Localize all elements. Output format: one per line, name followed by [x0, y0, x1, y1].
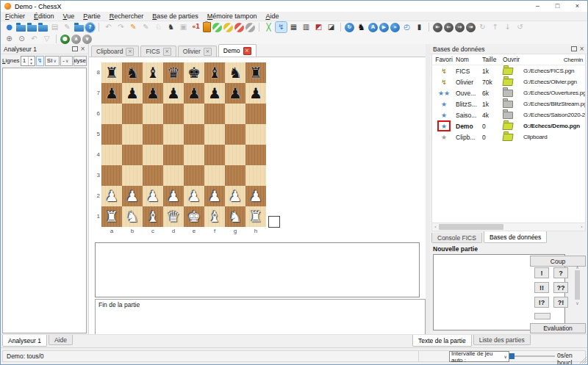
database-row-ouve[interactable]: ★★Ouve...6kG:/Echecs/Ouvertures.pgn [432, 87, 585, 98]
square-e5[interactable] [184, 124, 204, 145]
square-d8[interactable]: ♛ [163, 62, 184, 83]
menu-fichier[interactable]: Fichier [1, 12, 29, 21]
favorite-icon[interactable]: ★ [441, 112, 447, 119]
square-c3[interactable] [143, 165, 163, 186]
minimize-button[interactable]: – [528, 1, 548, 12]
square-a7[interactable]: ♟ [101, 83, 122, 104]
menu-aide[interactable]: Aide [261, 12, 283, 21]
square-f1[interactable]: ♝ [204, 206, 225, 227]
tab-liste-des-parties[interactable]: Liste des parties [473, 335, 531, 345]
zoom-in-icon[interactable]: ⊕ [4, 34, 15, 44]
auto-annotate-icon[interactable]: A [368, 23, 378, 32]
square-b7[interactable]: ♟ [122, 83, 143, 104]
scroll-down-icon[interactable]: ∨ [576, 300, 578, 306]
menu-dition[interactable]: Édition [29, 12, 59, 21]
game-moves-area[interactable] [95, 242, 420, 297]
square-c7[interactable]: ♟ [143, 83, 163, 104]
paste-icon[interactable] [203, 22, 211, 32]
column-header-chemin[interactable]: Chemin [523, 57, 585, 63]
menu-m-moire-tampon[interactable]: Mémoire tampon [203, 12, 262, 21]
square-f7[interactable]: ♟ [204, 83, 225, 104]
favorite-icon[interactable]: ↯ [441, 79, 447, 86]
open-folder-icon[interactable] [502, 68, 513, 75]
board-theme-icon[interactable]: ◩ [313, 22, 324, 32]
square-b8[interactable]: ♞ [122, 62, 143, 83]
square-d2[interactable]: ♟ [163, 186, 184, 206]
square-f8[interactable]: ♝ [204, 62, 225, 83]
tab-analyseur-1[interactable]: Analyseur 1 [2, 335, 47, 347]
square-f6[interactable] [204, 104, 225, 124]
close-database-icon[interactable] [74, 25, 84, 32]
annotation-button-interesting-move[interactable]: !? [534, 297, 549, 308]
square-a2[interactable]: ♟ [101, 186, 122, 206]
square-h7[interactable]: ♟ [245, 83, 266, 104]
annotation-blank-button[interactable] [534, 313, 551, 319]
square-h2[interactable]: ♟ [245, 186, 266, 206]
menu-vue[interactable]: Vue [59, 12, 79, 21]
square-e2[interactable]: ♟ [184, 186, 204, 206]
prev-move-icon[interactable]: ← [444, 23, 453, 32]
square-a4[interactable] [101, 145, 122, 165]
menu-rechercher[interactable]: Rechercher [105, 12, 148, 21]
square-c2[interactable]: ♟ [143, 186, 163, 206]
database-row-clipb[interactable]: ★Clipb...0Clipboard [432, 131, 585, 142]
square-d5[interactable] [163, 124, 184, 145]
scroll-down-icon[interactable]: ∨ [82, 35, 92, 44]
square-d4[interactable] [163, 145, 184, 165]
square-d6[interactable] [163, 104, 184, 124]
autoplay-interval-slider[interactable] [509, 353, 555, 359]
square-c8[interactable]: ♝ [143, 62, 163, 83]
square-h3[interactable] [245, 165, 266, 186]
column-header-favori[interactable]: Favori [432, 56, 456, 63]
flash-analysis-icon[interactable]: ↯ [276, 22, 287, 32]
favorite-icon[interactable]: ★ [441, 134, 447, 141]
scrollbar-thumb[interactable] [439, 224, 503, 230]
lines-spinner[interactable]: 1 ▴▾ [21, 56, 35, 66]
tab-bases-de-donn-es[interactable]: Bases de données [484, 231, 547, 243]
folder-icon[interactable] [503, 112, 513, 119]
board-theme-dark-icon[interactable]: ◪ [326, 22, 337, 32]
scroll-up-icon[interactable]: ∧ [576, 264, 578, 270]
float-panel-icon[interactable] [71, 45, 79, 53]
spin-down-icon[interactable]: ▾ [29, 61, 35, 65]
find-database-icon[interactable] [38, 25, 48, 32]
menu-partie[interactable]: Partie [79, 12, 105, 21]
square-a1[interactable]: ♜ [101, 206, 122, 227]
auto-respond-icon[interactable]: ◴ [401, 22, 412, 32]
square-c4[interactable] [143, 145, 163, 165]
analysis-output-list[interactable] [2, 68, 87, 333]
square-e1[interactable]: ♚ [184, 206, 204, 227]
engine-match-icon[interactable]: ♞ [165, 22, 176, 32]
new-database-icon[interactable]: ● [4, 22, 15, 32]
close-icon[interactable]: × [243, 47, 251, 55]
square-h4[interactable] [245, 145, 266, 165]
square-g2[interactable]: ♟ [225, 186, 245, 206]
square-g8[interactable]: ♞ [225, 62, 245, 83]
square-g6[interactable] [225, 104, 245, 124]
database-row-demo[interactable]: ★Demo0G:/Echecs/Demo.pgn [432, 120, 585, 131]
annotation-button-dubious-move[interactable]: ?! [553, 297, 568, 308]
folder-icon[interactable] [503, 101, 513, 108]
scroll-up-icon[interactable]: ∧ [71, 35, 81, 44]
square-e6[interactable] [184, 104, 204, 124]
square-b5[interactable] [122, 124, 143, 145]
engine-start-icon[interactable]: ● [60, 35, 70, 44]
annotation-button-mistake[interactable]: ? [553, 267, 568, 278]
autoplay-interval-select[interactable]: Intervalle de jeu auto : ∨ [449, 351, 509, 362]
open-database-icon[interactable] [16, 25, 26, 32]
square-h5[interactable] [245, 124, 266, 145]
zoom-out-icon[interactable]: ⊙ [16, 34, 27, 44]
merge-game-icon[interactable]: «1 [190, 22, 201, 32]
analysis-flash-button[interactable]: ↯ [36, 56, 44, 66]
nag-select[interactable]: - ∨ [60, 56, 73, 66]
filter-red-icon[interactable] [234, 23, 244, 32]
column-header-taille[interactable]: Taille [482, 56, 500, 63]
square-b4[interactable] [122, 145, 143, 165]
square-g1[interactable]: ♞ [225, 206, 245, 227]
square-a8[interactable]: ♜ [101, 62, 122, 83]
filter-yellow-icon[interactable] [223, 23, 233, 32]
flip-board-icon[interactable]: ↻ [345, 23, 354, 32]
tab-demo[interactable]: Demo× [218, 44, 257, 57]
column-header-ouvrir[interactable]: Ouvrir [500, 56, 523, 63]
close-icon[interactable]: × [126, 48, 134, 56]
